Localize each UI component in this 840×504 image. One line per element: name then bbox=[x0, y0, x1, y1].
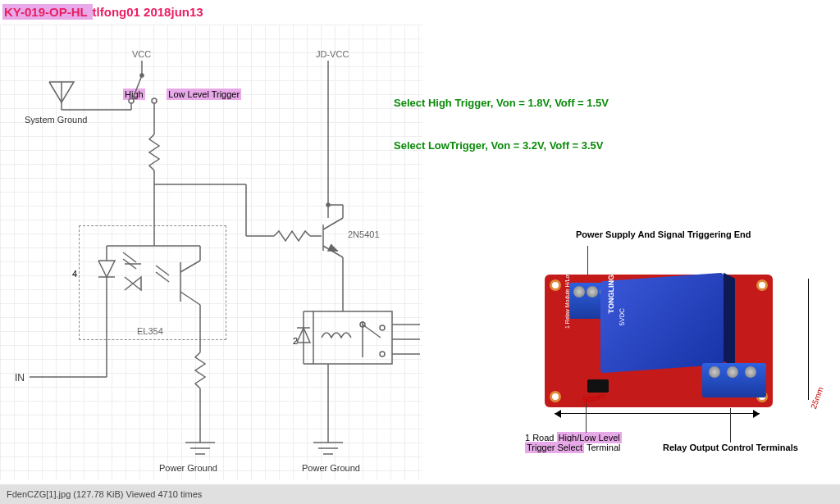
caption-output-terminals: Relay Output Control Terminals bbox=[663, 443, 798, 452]
svg-point-48 bbox=[380, 325, 385, 330]
schematic-svg bbox=[0, 0, 427, 484]
caption-highlight: Trigger Select bbox=[525, 442, 584, 453]
screw-icon bbox=[745, 366, 756, 378]
attachment-info-bar: FdenCZG[1].jpg (127.78 KiB) Viewed 4710 … bbox=[0, 484, 840, 504]
callout-line bbox=[730, 408, 731, 443]
dim-label-25mm: 25mm bbox=[809, 386, 825, 411]
mounting-hole-icon bbox=[550, 279, 561, 291]
svg-line-24 bbox=[180, 261, 200, 272]
trigger-select-jumper bbox=[587, 379, 609, 393]
output-terminal-block bbox=[702, 363, 766, 397]
svg-point-47 bbox=[380, 352, 385, 356]
svg-point-41 bbox=[326, 203, 330, 207]
callout-line bbox=[587, 246, 588, 275]
dimension-25mm bbox=[808, 279, 809, 400]
svg-point-4 bbox=[152, 98, 157, 103]
svg-point-3 bbox=[129, 98, 134, 103]
svg-line-25 bbox=[180, 292, 200, 305]
relay-pcb: 1 Relay Module H/Low Level Trigger TONGL… bbox=[545, 275, 773, 407]
relay-module-photo: Power Supply And Signal Triggering End 1… bbox=[525, 229, 820, 471]
caption-power-supply: Power Supply And Signal Triggering End bbox=[576, 229, 751, 239]
screw-icon bbox=[727, 366, 738, 378]
screw-icon bbox=[573, 286, 585, 297]
mounting-hole-icon bbox=[550, 391, 561, 402]
svg-line-46 bbox=[363, 325, 381, 338]
screw-icon bbox=[587, 286, 598, 297]
relay-text-spec: 5VDC bbox=[619, 308, 626, 326]
mounting-hole-icon bbox=[756, 279, 768, 291]
svg-line-37 bbox=[323, 218, 343, 229]
relay-text-brand: TONGLING bbox=[607, 275, 615, 314]
caption-part: Terminal bbox=[584, 443, 620, 452]
callout-line bbox=[586, 403, 587, 433]
attachment-size: 127.78 KiB bbox=[76, 489, 121, 499]
svg-line-2 bbox=[133, 75, 142, 98]
relay-component: TONGLING 5VDC bbox=[600, 273, 724, 373]
attachment-views: 4710 bbox=[158, 489, 177, 499]
caption-trigger-select: 1 Road High/Low Level Trigger Select Ter… bbox=[525, 433, 622, 452]
screw-icon bbox=[709, 366, 720, 378]
attachment-filename: FdenCZG[1].jpg bbox=[7, 489, 71, 499]
